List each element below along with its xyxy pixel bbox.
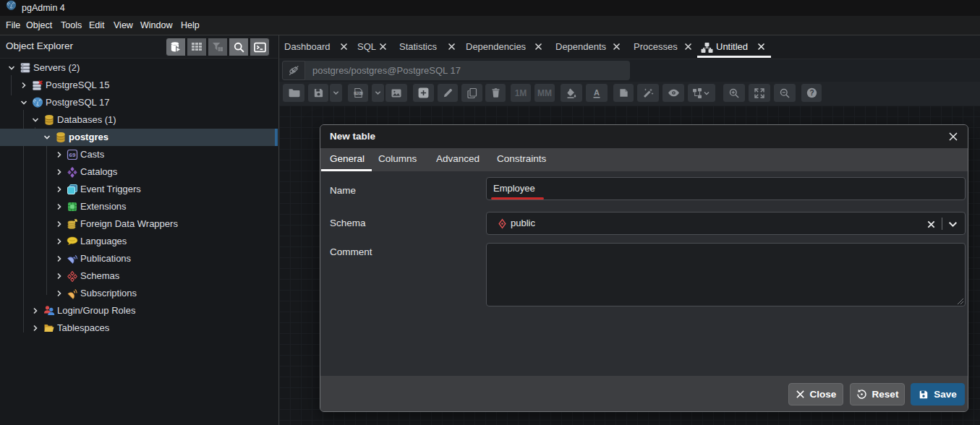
svg-text:69: 69 [69,152,76,158]
svg-text:?: ? [809,89,814,97]
svg-text:A: A [594,88,600,97]
svg-text:SQL: SQL [356,92,361,95]
